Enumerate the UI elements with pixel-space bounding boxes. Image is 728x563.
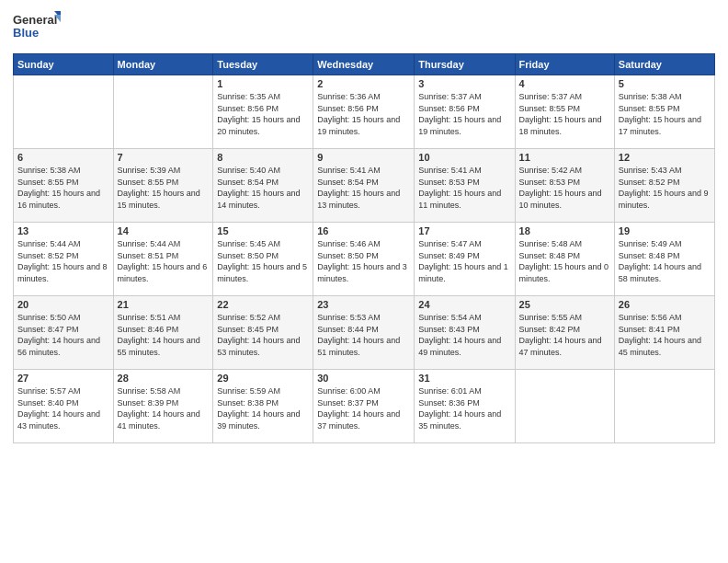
day-number: 28 bbox=[118, 373, 210, 384]
day-number: 10 bbox=[418, 152, 510, 163]
day-info: Sunrise: 5:51 AMSunset: 8:46 PMDaylight:… bbox=[118, 312, 210, 358]
calendar-cell: 18 Sunrise: 5:48 AMSunset: 8:48 PMDaylig… bbox=[515, 223, 614, 296]
calendar-cell bbox=[614, 370, 714, 443]
calendar-cell: 26 Sunrise: 5:56 AMSunset: 8:41 PMDaylig… bbox=[614, 296, 714, 370]
calendar-cell: 17 Sunrise: 5:47 AMSunset: 8:49 PMDaylig… bbox=[415, 223, 515, 296]
day-info: Sunrise: 6:01 AMSunset: 8:36 PMDaylight:… bbox=[418, 385, 510, 431]
day-number: 22 bbox=[217, 299, 309, 310]
day-info: Sunrise: 5:37 AMSunset: 8:56 PMDaylight:… bbox=[418, 91, 510, 137]
svg-text:General: General bbox=[13, 13, 57, 27]
calendar-cell: 22 Sunrise: 5:52 AMSunset: 8:45 PMDaylig… bbox=[213, 296, 313, 370]
calendar-cell: 1 Sunrise: 5:35 AMSunset: 8:56 PMDayligh… bbox=[213, 75, 313, 149]
day-number: 15 bbox=[217, 225, 309, 236]
header-sunday: Sunday bbox=[14, 54, 114, 75]
day-info: Sunrise: 5:43 AMSunset: 8:52 PMDaylight:… bbox=[619, 165, 711, 211]
day-info: Sunrise: 5:52 AMSunset: 8:45 PMDaylight:… bbox=[217, 312, 309, 358]
day-number: 2 bbox=[317, 78, 410, 89]
day-number: 17 bbox=[418, 225, 510, 236]
calendar-cell: 14 Sunrise: 5:44 AMSunset: 8:51 PMDaylig… bbox=[113, 223, 213, 296]
day-number: 20 bbox=[17, 299, 109, 310]
day-info: Sunrise: 5:38 AMSunset: 8:55 PMDaylight:… bbox=[17, 165, 109, 211]
day-info: Sunrise: 5:48 AMSunset: 8:48 PMDaylight:… bbox=[519, 238, 610, 284]
header-wednesday: Wednesday bbox=[313, 54, 415, 75]
header-thursday: Thursday bbox=[415, 54, 515, 75]
header-saturday: Saturday bbox=[614, 54, 714, 75]
day-number: 16 bbox=[317, 225, 410, 236]
header-friday: Friday bbox=[515, 54, 614, 75]
day-info: Sunrise: 5:58 AMSunset: 8:39 PMDaylight:… bbox=[118, 385, 210, 431]
week-row-4: 20 Sunrise: 5:50 AMSunset: 8:47 PMDaylig… bbox=[14, 296, 715, 370]
calendar-cell: 29 Sunrise: 5:59 AMSunset: 8:38 PMDaylig… bbox=[213, 370, 313, 443]
day-info: Sunrise: 5:36 AMSunset: 8:56 PMDaylight:… bbox=[317, 91, 410, 137]
day-info: Sunrise: 5:42 AMSunset: 8:53 PMDaylight:… bbox=[519, 165, 610, 211]
day-number: 3 bbox=[418, 78, 510, 89]
day-info: Sunrise: 5:41 AMSunset: 8:53 PMDaylight:… bbox=[418, 165, 510, 211]
day-number: 31 bbox=[418, 373, 510, 384]
day-info: Sunrise: 5:47 AMSunset: 8:49 PMDaylight:… bbox=[418, 238, 510, 284]
day-number: 19 bbox=[619, 225, 711, 236]
day-info: Sunrise: 5:56 AMSunset: 8:41 PMDaylight:… bbox=[619, 312, 711, 358]
calendar-cell: 7 Sunrise: 5:39 AMSunset: 8:55 PMDayligh… bbox=[113, 149, 213, 223]
calendar-cell: 27 Sunrise: 5:57 AMSunset: 8:40 PMDaylig… bbox=[14, 370, 114, 443]
calendar-cell: 30 Sunrise: 6:00 AMSunset: 8:37 PMDaylig… bbox=[313, 370, 415, 443]
calendar-cell: 31 Sunrise: 6:01 AMSunset: 8:36 PMDaylig… bbox=[415, 370, 515, 443]
day-info: Sunrise: 6:00 AMSunset: 8:37 PMDaylight:… bbox=[317, 385, 410, 431]
day-info: Sunrise: 5:41 AMSunset: 8:54 PMDaylight:… bbox=[317, 165, 410, 211]
day-info: Sunrise: 5:49 AMSunset: 8:48 PMDaylight:… bbox=[619, 238, 711, 284]
day-info: Sunrise: 5:46 AMSunset: 8:50 PMDaylight:… bbox=[317, 238, 410, 284]
day-number: 8 bbox=[217, 152, 309, 163]
calendar-cell: 16 Sunrise: 5:46 AMSunset: 8:50 PMDaylig… bbox=[313, 223, 415, 296]
week-row-3: 13 Sunrise: 5:44 AMSunset: 8:52 PMDaylig… bbox=[14, 223, 715, 296]
header-tuesday: Tuesday bbox=[213, 54, 313, 75]
day-number: 12 bbox=[619, 152, 711, 163]
svg-text:Blue: Blue bbox=[13, 26, 39, 40]
day-number: 1 bbox=[217, 78, 309, 89]
day-number: 5 bbox=[619, 78, 711, 89]
calendar-cell: 9 Sunrise: 5:41 AMSunset: 8:54 PMDayligh… bbox=[313, 149, 415, 223]
day-info: Sunrise: 5:53 AMSunset: 8:44 PMDaylight:… bbox=[317, 312, 410, 358]
calendar-cell: 10 Sunrise: 5:41 AMSunset: 8:53 PMDaylig… bbox=[415, 149, 515, 223]
calendar: Sunday Monday Tuesday Wednesday Thursday… bbox=[13, 53, 715, 443]
calendar-cell: 15 Sunrise: 5:45 AMSunset: 8:50 PMDaylig… bbox=[213, 223, 313, 296]
calendar-cell: 24 Sunrise: 5:54 AMSunset: 8:43 PMDaylig… bbox=[415, 296, 515, 370]
calendar-cell: 6 Sunrise: 5:38 AMSunset: 8:55 PMDayligh… bbox=[14, 149, 114, 223]
day-info: Sunrise: 5:44 AMSunset: 8:51 PMDaylight:… bbox=[118, 238, 210, 284]
day-number: 9 bbox=[317, 152, 410, 163]
calendar-cell: 25 Sunrise: 5:55 AMSunset: 8:42 PMDaylig… bbox=[515, 296, 614, 370]
calendar-cell: 13 Sunrise: 5:44 AMSunset: 8:52 PMDaylig… bbox=[14, 223, 114, 296]
weekday-header-row: Sunday Monday Tuesday Wednesday Thursday… bbox=[14, 54, 715, 75]
logo: General Blue bbox=[13, 9, 64, 46]
calendar-cell: 5 Sunrise: 5:38 AMSunset: 8:55 PMDayligh… bbox=[614, 75, 714, 149]
calendar-cell bbox=[515, 370, 614, 443]
calendar-cell bbox=[113, 75, 213, 149]
day-number: 24 bbox=[418, 299, 510, 310]
day-number: 13 bbox=[17, 225, 109, 236]
day-number: 29 bbox=[217, 373, 309, 384]
logo-svg: General Blue bbox=[13, 9, 61, 42]
calendar-cell: 4 Sunrise: 5:37 AMSunset: 8:55 PMDayligh… bbox=[515, 75, 614, 149]
day-info: Sunrise: 5:40 AMSunset: 8:54 PMDaylight:… bbox=[217, 165, 309, 211]
calendar-cell: 12 Sunrise: 5:43 AMSunset: 8:52 PMDaylig… bbox=[614, 149, 714, 223]
header-monday: Monday bbox=[113, 54, 213, 75]
day-number: 23 bbox=[317, 299, 410, 310]
calendar-cell: 11 Sunrise: 5:42 AMSunset: 8:53 PMDaylig… bbox=[515, 149, 614, 223]
day-number: 26 bbox=[619, 299, 711, 310]
calendar-cell: 21 Sunrise: 5:51 AMSunset: 8:46 PMDaylig… bbox=[113, 296, 213, 370]
day-number: 21 bbox=[118, 299, 210, 310]
day-info: Sunrise: 5:44 AMSunset: 8:52 PMDaylight:… bbox=[17, 238, 109, 284]
day-number: 18 bbox=[519, 225, 610, 236]
day-info: Sunrise: 5:38 AMSunset: 8:55 PMDaylight:… bbox=[619, 91, 711, 137]
calendar-cell: 28 Sunrise: 5:58 AMSunset: 8:39 PMDaylig… bbox=[113, 370, 213, 443]
day-number: 25 bbox=[519, 299, 610, 310]
calendar-cell: 23 Sunrise: 5:53 AMSunset: 8:44 PMDaylig… bbox=[313, 296, 415, 370]
calendar-cell: 19 Sunrise: 5:49 AMSunset: 8:48 PMDaylig… bbox=[614, 223, 714, 296]
day-info: Sunrise: 5:45 AMSunset: 8:50 PMDaylight:… bbox=[217, 238, 309, 284]
calendar-cell: 20 Sunrise: 5:50 AMSunset: 8:47 PMDaylig… bbox=[14, 296, 114, 370]
day-info: Sunrise: 5:54 AMSunset: 8:43 PMDaylight:… bbox=[418, 312, 510, 358]
day-info: Sunrise: 5:39 AMSunset: 8:55 PMDaylight:… bbox=[118, 165, 210, 211]
day-number: 7 bbox=[118, 152, 210, 163]
day-number: 14 bbox=[118, 225, 210, 236]
day-info: Sunrise: 5:37 AMSunset: 8:55 PMDaylight:… bbox=[519, 91, 610, 137]
day-number: 6 bbox=[17, 152, 109, 163]
day-info: Sunrise: 5:59 AMSunset: 8:38 PMDaylight:… bbox=[217, 385, 309, 431]
